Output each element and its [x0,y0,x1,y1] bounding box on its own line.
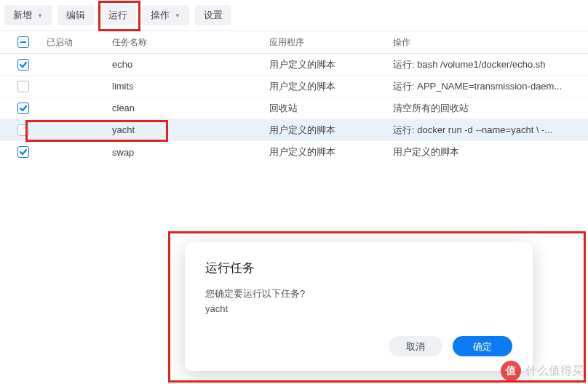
row-checkbox-cell [0,146,47,158]
run-button-label: 运行 [108,9,127,22]
row-task-name: echo [105,59,262,70]
row-operation: 运行: bash /volume1/docker/echo.sh [386,58,588,71]
table-row[interactable]: swap用户定义的脚本用户定义的脚本 [0,141,588,163]
run-button[interactable]: 运行 [100,5,136,25]
action-button[interactable]: 操作 ▼ [142,5,189,25]
header-name[interactable]: 任务名称 [105,36,262,49]
row-task-name: clean [105,103,262,113]
settings-button-label: 设置 [204,9,223,22]
ok-button[interactable]: 确定 [453,336,512,356]
row-enabled-checkbox[interactable] [17,124,29,136]
chevron-down-icon: ▼ [37,12,43,19]
row-app: 用户定义的脚本 [262,124,386,137]
table-body: echo用户定义的脚本运行: bash /volume1/docker/echo… [0,54,588,163]
row-operation: 用户定义的脚本 [386,145,588,159]
select-all-checkbox[interactable] [17,36,29,48]
table-header: 已启动 任务名称 应用程序 操作 [0,31,588,54]
watermark-text: 什么值得买 [525,364,584,379]
row-task-name: yacht [105,124,262,135]
new-button-label: 新增 [13,9,32,22]
row-app: 用户定义的脚本 [262,80,386,93]
header-checkbox-cell [0,36,47,48]
cancel-button[interactable]: 取消 [389,336,442,356]
header-app[interactable]: 应用程序 [262,36,386,49]
dialog-title: 运行任务 [205,260,512,276]
row-enabled-checkbox[interactable] [17,59,29,71]
row-checkbox-cell [0,103,47,114]
dialog-body: 您确定要运行以下任务? yacht [205,287,512,329]
dialog-actions: 取消 确定 [205,336,512,356]
row-operation: 运行: APP_NAME=transmission-daem... [386,80,588,93]
table-row[interactable]: echo用户定义的脚本运行: bash /volume1/docker/echo… [0,54,588,76]
row-task-name: swap [105,147,262,158]
row-app: 回收站 [262,102,386,115]
row-task-name: limits [105,81,262,92]
row-app: 用户定义的脚本 [262,58,386,71]
edit-button-label: 编辑 [66,9,85,22]
toolbar: 新增 ▼ 编辑 运行 操作 ▼ 设置 [0,0,588,31]
run-task-dialog: 运行任务 您确定要运行以下任务? yacht 取消 确定 [185,242,533,371]
action-button-label: 操作 [151,9,170,22]
row-enabled-checkbox[interactable] [17,146,29,158]
header-operation[interactable]: 操作 [386,36,588,49]
row-app: 用户定义的脚本 [262,145,386,159]
new-button[interactable]: 新增 ▼ [4,5,52,25]
dialog-task-name: yacht [205,302,512,317]
settings-button[interactable]: 设置 [195,5,231,25]
row-enabled-checkbox[interactable] [17,81,29,92]
table-row[interactable]: limits用户定义的脚本运行: APP_NAME=transmission-d… [0,76,588,97]
table-row[interactable]: yacht用户定义的脚本运行: docker run -d --name=yac… [0,119,588,141]
header-enabled[interactable]: 已启动 [47,36,105,49]
row-operation: 清空所有的回收站 [386,102,588,115]
row-enabled-checkbox[interactable] [17,103,29,114]
chevron-down-icon: ▼ [175,12,180,19]
row-checkbox-cell [0,124,47,136]
edit-button[interactable]: 编辑 [57,5,94,25]
row-checkbox-cell [0,59,47,71]
table-row[interactable]: clean回收站清空所有的回收站 [0,97,588,119]
row-operation: 运行: docker run -d --name=yacht \ -... [386,124,588,137]
dialog-message: 您确定要运行以下任务? [205,287,512,302]
row-checkbox-cell [0,81,47,92]
